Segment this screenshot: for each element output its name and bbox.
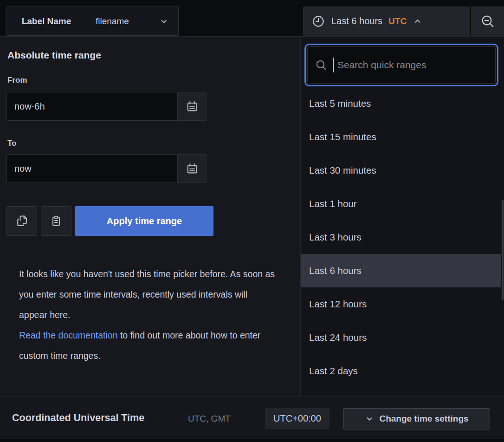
clock-icon [311, 14, 325, 28]
to-input[interactable] [6, 154, 178, 183]
quick-range-option[interactable]: Last 5 minutes [301, 87, 501, 120]
copy-time-range-button[interactable] [6, 206, 37, 236]
timezone-footer: Coordinated Universal Time UTC, GMT UTC+… [0, 396, 504, 439]
top-bar: Label Name filename Last 6 hours UTC [0, 0, 504, 36]
clipboard-icon [50, 214, 63, 228]
chevron-up-icon [413, 16, 423, 26]
quick-range-option[interactable]: Last 12 hours [301, 287, 501, 321]
chevron-down-icon [159, 16, 169, 26]
to-label: To [7, 139, 17, 148]
quick-range-option-selected[interactable]: Last 6 hours [301, 254, 501, 287]
search-quick-ranges-input[interactable] [337, 59, 488, 71]
quick-range-option[interactable]: Last 15 minutes [301, 120, 501, 154]
label-value-text: filename [96, 16, 129, 26]
from-input-group [6, 92, 207, 121]
query-field-label: Label Name [6, 6, 86, 36]
quick-range-option[interactable]: Last 3 hours [301, 221, 501, 254]
search-icon [315, 59, 327, 71]
quick-ranges-list: Last 5 minutes Last 15 minutes Last 30 m… [301, 87, 504, 388]
time-range-picker-button[interactable]: Last 6 hours UTC [303, 6, 470, 36]
apply-button-row: Apply time range [6, 206, 213, 236]
history-empty-note: It looks like you haven't used this time… [19, 264, 275, 366]
timezone-abbr: UTC, GMT [188, 414, 231, 424]
time-picker-controls: Last 6 hours UTC [303, 6, 504, 36]
quick-ranges-panel: Last 5 minutes Last 15 minutes Last 30 m… [301, 37, 504, 396]
timezone-name: Coordinated Universal Time [12, 412, 144, 424]
absolute-range-panel: Absolute time range From To [0, 37, 301, 396]
history-note-text: It looks like you haven't used this time… [19, 269, 275, 320]
time-picker-dropdown: Absolute time range From To [0, 36, 504, 396]
time-range-timezone: UTC [388, 16, 407, 26]
apply-time-range-button[interactable]: Apply time range [75, 206, 213, 236]
quick-range-option[interactable]: Last 24 hours [301, 321, 501, 354]
panel-title: Absolute time range [7, 50, 101, 61]
quick-range-option[interactable]: Last 30 minutes [301, 154, 501, 187]
calendar-icon [186, 100, 199, 113]
calendar-icon [186, 162, 199, 175]
paste-time-range-button[interactable] [41, 206, 71, 236]
copy-icon [15, 214, 28, 228]
text-caret [333, 58, 334, 72]
from-input[interactable] [6, 92, 178, 121]
time-range-label: Last 6 hours [331, 16, 382, 26]
chevron-down-icon [365, 414, 374, 423]
scrollbar[interactable] [502, 200, 504, 300]
window-bottom-edge [0, 439, 504, 442]
change-time-settings-label: Change time settings [379, 414, 468, 424]
search-field [307, 46, 496, 84]
to-calendar-button[interactable] [178, 154, 207, 183]
quick-range-option[interactable]: Last 2 days [301, 354, 501, 388]
utc-offset-badge: UTC+00:00 [265, 408, 330, 429]
from-calendar-button[interactable] [178, 92, 207, 121]
search-focus-ring [304, 44, 498, 86]
quick-range-option[interactable]: Last 1 hour [301, 187, 501, 221]
to-input-group [6, 154, 207, 183]
from-label: From [7, 76, 27, 85]
change-time-settings-button[interactable]: Change time settings [343, 408, 490, 429]
zoom-out-icon [480, 14, 495, 29]
query-field-label-text: Label Name [22, 16, 71, 26]
label-value-select[interactable]: filename [86, 6, 179, 36]
zoom-out-button[interactable] [471, 6, 504, 36]
query-field-group: Label Name filename [6, 6, 179, 36]
read-documentation-link[interactable]: Read the documentation [19, 330, 117, 340]
